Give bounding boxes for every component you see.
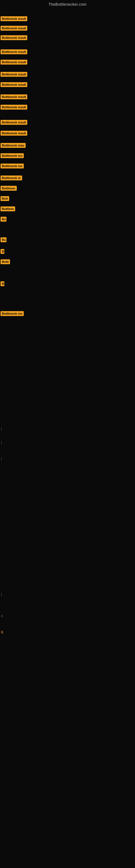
bottleneck-badge: | <box>1 592 2 597</box>
bottleneck-badge: B <box>1 249 4 254</box>
bottleneck-badge: B <box>1 281 4 286</box>
bottleneck-badge: Bottleneck result <box>1 94 27 99</box>
bottleneck-badge: | <box>1 456 2 461</box>
site-title: TheBottlenecker.com <box>0 0 135 9</box>
bottleneck-badge: Bottleneck result <box>1 72 27 77</box>
bottleneck-badge: Bottleneck result <box>1 50 27 54</box>
bottleneck-badge: Bottleneck res <box>1 163 24 168</box>
bottleneck-badge: Bottleneck res <box>1 311 24 316</box>
bottleneck-badge: Bottleneck result <box>1 16 27 21</box>
bottleneck-badge: Bottleneck result <box>1 26 27 31</box>
bottleneck-badge: Bo <box>1 217 6 222</box>
bottleneck-badge: Bottl <box>1 259 10 264</box>
bottleneck-badge: Bottleneck result <box>1 120 27 125</box>
bottleneck-badge: | <box>1 426 2 431</box>
bottleneck-badge: Bottlene <box>1 207 15 211</box>
bottleneck-badge: Bottleneck result <box>1 60 27 65</box>
bottleneck-badge: Bottleneck res <box>1 153 24 158</box>
bottleneck-badge: | <box>1 440 2 445</box>
bottleneck-badge: Bottleneck result <box>1 105 27 110</box>
bottleneck-badge: Bottleneck result <box>1 35 27 40</box>
bottleneck-badge: Bottleneck result <box>1 131 27 135</box>
bottleneck-badge: Bottlenec <box>1 186 17 191</box>
bottleneck-badge: Bo <box>1 237 6 242</box>
bottleneck-badge: n <box>1 614 3 618</box>
bottleneck-badge: Bottleneck re <box>1 176 22 180</box>
bottleneck-badge: B <box>1 630 4 635</box>
bottleneck-badge: Bottleneck resu <box>1 143 26 148</box>
bottleneck-badge: Bottleneck result <box>1 82 27 87</box>
bottleneck-badge: Bott <box>1 196 9 201</box>
